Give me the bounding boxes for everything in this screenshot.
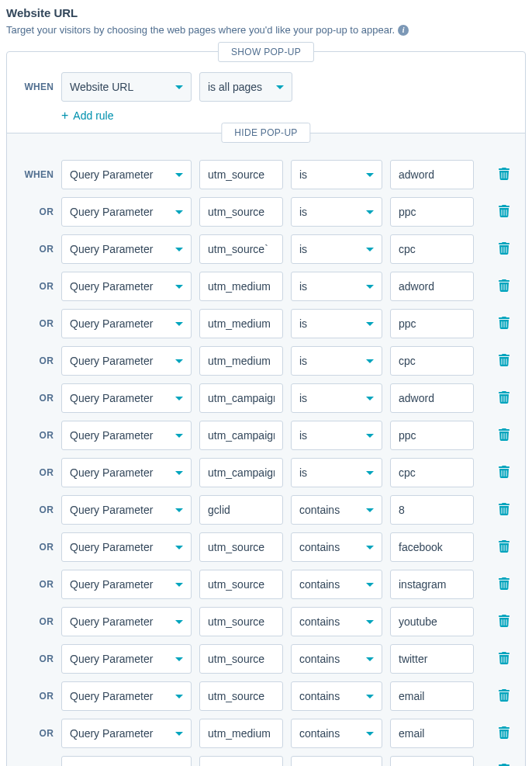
delete-rule-button[interactable] — [497, 205, 511, 219]
delete-rule-button[interactable] — [497, 279, 511, 293]
rule-type-select[interactable]: Query Parameter — [61, 272, 192, 301]
rule-param-input[interactable] — [199, 346, 283, 376]
rule-type-select[interactable]: Query Parameter — [61, 719, 192, 748]
rule-value-input[interactable] — [390, 644, 474, 674]
rule-value-field[interactable] — [399, 429, 465, 442]
delete-rule-button[interactable] — [497, 354, 511, 368]
delete-rule-button[interactable] — [497, 466, 511, 480]
rule-operator-select[interactable]: contains — [291, 681, 382, 711]
rule-type-select[interactable]: Query Parameter — [61, 570, 192, 599]
rule-type-select[interactable]: Query Parameter — [61, 495, 192, 525]
rule-operator-select[interactable]: contains — [291, 756, 382, 766]
rule-value-input[interactable] — [390, 719, 474, 748]
rule-operator-select[interactable]: is — [291, 383, 382, 413]
rule-type-select[interactable]: Query Parameter — [61, 421, 192, 450]
rule-value-input[interactable] — [390, 532, 474, 562]
rule-operator-select[interactable]: is — [291, 234, 382, 264]
rule-value-field[interactable] — [399, 392, 465, 404]
rule-type-select[interactable]: Query Parameter — [61, 607, 192, 636]
rule-param-input[interactable] — [199, 495, 283, 525]
delete-rule-button[interactable] — [497, 577, 511, 591]
rule-param-field[interactable] — [208, 727, 275, 740]
delete-rule-button[interactable] — [497, 242, 511, 256]
rule-param-field[interactable] — [208, 578, 275, 591]
rule-type-select[interactable]: Query Parameter — [61, 234, 192, 264]
rule-param-field[interactable] — [208, 392, 275, 404]
rule-param-field[interactable] — [208, 168, 275, 181]
rule-param-input[interactable] — [199, 197, 283, 227]
rule-param-field[interactable] — [208, 504, 275, 516]
rule-operator-select[interactable]: contains — [291, 719, 382, 748]
rule-param-field[interactable] — [208, 243, 275, 255]
rule-type-select[interactable]: Query Parameter — [61, 458, 192, 487]
rule-param-input[interactable] — [199, 421, 283, 450]
rule-value-field[interactable] — [399, 317, 465, 330]
rule-value-field[interactable] — [399, 690, 465, 702]
rule-value-input[interactable] — [390, 607, 474, 636]
delete-rule-button[interactable] — [497, 503, 511, 517]
rule-value-field[interactable] — [399, 168, 465, 181]
rule-value-field[interactable] — [399, 504, 465, 516]
add-rule-button[interactable]: + Add rule — [61, 109, 511, 122]
rule-param-field[interactable] — [208, 355, 275, 367]
delete-rule-button[interactable] — [497, 168, 511, 182]
rule-value-field[interactable] — [399, 615, 465, 628]
rule-value-input[interactable] — [390, 272, 474, 301]
delete-rule-button[interactable] — [497, 726, 511, 740]
rule-param-input[interactable] — [199, 458, 283, 487]
rule-type-select[interactable]: Query Parameter — [61, 309, 192, 338]
rule-param-field[interactable] — [208, 280, 275, 293]
rule-param-field[interactable] — [208, 429, 275, 442]
rule-value-input[interactable] — [390, 458, 474, 487]
rule-value-input[interactable] — [390, 756, 474, 766]
rule-param-input[interactable] — [199, 607, 283, 636]
delete-rule-button[interactable] — [497, 540, 511, 554]
rule-value-input[interactable] — [390, 160, 474, 189]
rule-param-input[interactable] — [199, 532, 283, 562]
rule-value-input[interactable] — [390, 495, 474, 525]
rule-operator-select[interactable]: is — [291, 160, 382, 189]
rule-value-field[interactable] — [399, 466, 465, 479]
rule-operator-select[interactable]: is — [291, 197, 382, 227]
rule-param-input[interactable] — [199, 644, 283, 674]
rule-value-input[interactable] — [390, 346, 474, 376]
rule-param-field[interactable] — [208, 466, 275, 479]
rule-param-input[interactable] — [199, 383, 283, 413]
delete-rule-button[interactable] — [497, 689, 511, 703]
rule-value-field[interactable] — [399, 727, 465, 740]
rule-value-field[interactable] — [399, 206, 465, 218]
rule-param-field[interactable] — [208, 653, 275, 665]
rule-value-input[interactable] — [390, 570, 474, 599]
delete-rule-button[interactable] — [497, 652, 511, 666]
rule-param-input[interactable] — [199, 160, 283, 189]
rule-value-field[interactable] — [399, 280, 465, 293]
rule-value-field[interactable] — [399, 653, 465, 665]
rule-value-field[interactable] — [399, 541, 465, 553]
delete-rule-button[interactable] — [497, 391, 511, 405]
rule-value-field[interactable] — [399, 355, 465, 367]
rule-param-field[interactable] — [208, 541, 275, 553]
rule-value-field[interactable] — [399, 243, 465, 255]
rule-operator-select[interactable]: is — [291, 272, 382, 301]
rule-param-input[interactable] — [199, 309, 283, 338]
delete-rule-button[interactable] — [497, 317, 511, 331]
rule-operator-select[interactable]: contains — [291, 570, 382, 599]
rule-param-field[interactable] — [208, 317, 275, 330]
rule-operator-select[interactable]: is — [291, 346, 382, 376]
rule-param-field[interactable] — [208, 690, 275, 702]
rule-type-select[interactable]: Query Parameter — [61, 383, 192, 413]
rule-value-input[interactable] — [390, 383, 474, 413]
rule-param-input[interactable] — [199, 272, 283, 301]
rule-operator-select[interactable]: contains — [291, 607, 382, 636]
rule-type-select[interactable]: Query Parameter — [61, 532, 192, 562]
rule-operator-select[interactable]: is — [291, 309, 382, 338]
rule-param-input[interactable] — [199, 570, 283, 599]
help-icon[interactable]: i — [398, 25, 409, 36]
rule-param-input[interactable] — [199, 681, 283, 711]
rule-operator-select[interactable]: is — [291, 421, 382, 450]
rule-type-select[interactable]: Query Parameter — [61, 644, 192, 674]
rule-operator-select[interactable]: contains — [291, 532, 382, 562]
rule-type-select[interactable]: Query Parameter — [61, 346, 192, 376]
rule-value-input[interactable] — [390, 234, 474, 264]
rule-param-field[interactable] — [208, 206, 275, 218]
